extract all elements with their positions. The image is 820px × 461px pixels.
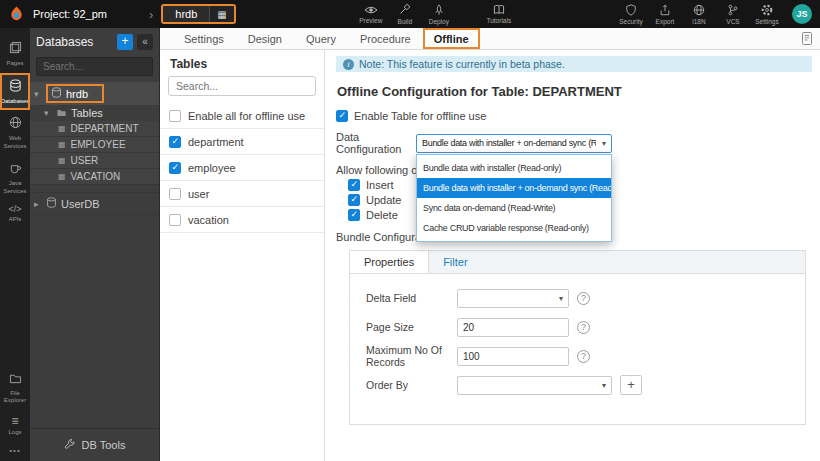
tab-design[interactable]: Design: [236, 28, 294, 49]
table-icon: ▦: [58, 156, 66, 165]
preview-button[interactable]: Preview: [354, 3, 388, 25]
update-checkbox[interactable]: [348, 194, 360, 206]
info-icon: i: [343, 59, 354, 70]
data-configuration-select[interactable]: Bundle data with installer + on-demand s…: [416, 134, 612, 153]
tab-offline[interactable]: Offline: [423, 28, 480, 49]
vcs-button[interactable]: VCS: [716, 4, 750, 25]
list-item-department[interactable]: department: [160, 129, 324, 155]
caret-right-icon[interactable]: ▸: [34, 199, 42, 209]
project-title: Project: 92_pm: [33, 8, 107, 20]
db-tools-button[interactable]: DB Tools: [30, 428, 159, 461]
page-size-row: Page Size ?: [366, 317, 805, 337]
employee-checkbox[interactable]: [169, 162, 181, 174]
chevron-right-icon: ›: [149, 7, 153, 22]
logs-icon: ≡: [11, 415, 18, 427]
tree-item-hrdb[interactable]: ▾ hrdb: [30, 82, 159, 105]
databases-search-input[interactable]: [36, 57, 153, 76]
export-file-icon[interactable]: [800, 31, 814, 46]
vacation-checkbox[interactable]: [169, 214, 181, 226]
db-selector-label: hrdb: [163, 8, 209, 20]
enable-table-row: Enable Table for offline use: [336, 110, 812, 122]
help-icon[interactable]: ?: [577, 292, 590, 305]
user-avatar[interactable]: JS: [792, 4, 812, 24]
sidebar-item-web-services[interactable]: Web Services: [0, 110, 30, 155]
chevron-down-icon: ▾: [602, 381, 606, 390]
tree-item-tables-folder[interactable]: ▾ Tables: [30, 105, 159, 121]
export-button[interactable]: Export: [648, 4, 682, 25]
page-size-input[interactable]: [457, 318, 569, 337]
list-item-vacation[interactable]: vacation: [160, 207, 324, 233]
hammer-icon: [398, 3, 411, 16]
more-icon[interactable]: •••: [9, 441, 20, 461]
page-title: Offline Configuration for Table: DEPARTM…: [337, 84, 812, 99]
caret-down-icon[interactable]: ▾: [34, 89, 42, 99]
i18n-globe-icon[interactable]: i18N: [682, 4, 716, 25]
sidebar-item-file-explorer[interactable]: File Explorer: [0, 365, 30, 410]
tree-item-table-department[interactable]: ▦ DEPARTMENT: [30, 121, 159, 137]
list-item-user[interactable]: user: [160, 181, 324, 207]
build-button[interactable]: Build: [388, 3, 422, 25]
tab-settings[interactable]: Settings: [172, 28, 236, 49]
java-services-icon: [9, 160, 22, 178]
add-order-by-button[interactable]: +: [620, 375, 642, 395]
sidebar-item-pages[interactable]: Pages: [0, 35, 30, 73]
data-configuration-dropdown: Bundle data with installer (Read-only) B…: [416, 154, 612, 242]
dropdown-option-selected[interactable]: Bundle data with installer + on-demand s…: [417, 178, 611, 198]
list-item-employee[interactable]: employee: [160, 155, 324, 181]
user-checkbox[interactable]: [169, 188, 181, 200]
insert-checkbox[interactable]: [348, 179, 360, 191]
sidebar-item-java-services[interactable]: Java Services: [0, 155, 30, 200]
order-by-select[interactable]: ▾: [457, 376, 612, 395]
sidebar-item-logs[interactable]: ≡ Logs: [0, 410, 30, 442]
hrdb-highlight: hrdb: [46, 84, 104, 103]
tab-properties[interactable]: Properties: [350, 251, 429, 273]
folder-icon: [56, 107, 67, 119]
beta-note: i Note: This feature is currently in bet…: [336, 56, 812, 72]
list-item-enable-all[interactable]: Enable all for offline use: [160, 103, 324, 129]
collapse-panel-icon[interactable]: «: [137, 34, 153, 50]
tab-procedure[interactable]: Procedure: [348, 28, 423, 49]
delta-field-row: Delta Field ▾ ?: [366, 288, 805, 308]
help-icon[interactable]: ?: [577, 321, 590, 334]
caret-down-icon[interactable]: ▾: [44, 108, 52, 118]
dropdown-option[interactable]: Bundle data with installer (Read-only): [417, 158, 611, 178]
topbar: Project: 92_pm › hrdb ▦ Preview Build De…: [0, 0, 820, 28]
rocket-icon: [433, 4, 445, 16]
sidebar-item-apis[interactable]: </> APIs: [0, 200, 30, 229]
pages-icon: [9, 40, 22, 58]
databases-panel-title: Databases: [36, 35, 117, 49]
add-database-button[interactable]: +: [117, 34, 133, 50]
databases-tree: ▾ hrdb ▾ Tables ▦ DEPARTMENT ▦ EMPLOYEE: [30, 82, 159, 215]
tab-query[interactable]: Query: [294, 28, 348, 49]
tree-item-userdb[interactable]: ▸ UserDB: [30, 192, 159, 215]
tree-item-table-user[interactable]: ▦ USER: [30, 153, 159, 169]
security-button[interactable]: Security: [614, 4, 648, 25]
delta-field-select[interactable]: ▾: [457, 289, 569, 308]
settings-button[interactable]: Settings: [750, 4, 784, 25]
tables-search-input[interactable]: [168, 76, 316, 96]
topbar-utilities: Security Export i18N VCS Settings: [614, 4, 784, 25]
grid-view-icon[interactable]: ▦: [210, 6, 233, 22]
eye-icon: [364, 5, 378, 15]
deploy-button[interactable]: Deploy: [422, 3, 456, 25]
export-icon: [659, 4, 671, 16]
enable-table-checkbox[interactable]: [336, 110, 348, 122]
max-records-input[interactable]: [457, 347, 569, 366]
tab-filter[interactable]: Filter: [429, 251, 481, 273]
tree-item-table-vacation[interactable]: ▦ VACATION: [30, 169, 159, 185]
bundle-configuration-panel: Properties Filter Delta Field ▾ ?: [349, 250, 806, 425]
db-context-selector[interactable]: hrdb ▦: [161, 4, 235, 24]
enable-all-checkbox[interactable]: [169, 110, 181, 122]
tree-item-table-employee[interactable]: ▦ EMPLOYEE: [30, 137, 159, 153]
order-by-row: Order By ▾ +: [366, 375, 805, 395]
dropdown-option[interactable]: Sync data on-demand (Read-Write): [417, 198, 611, 218]
data-configuration-row: Data Configuration Bundle data with inst…: [336, 131, 812, 155]
tutorials-button[interactable]: Tutorials: [482, 4, 516, 24]
delete-checkbox[interactable]: [348, 209, 360, 221]
folder-icon: [9, 370, 22, 388]
department-checkbox[interactable]: [169, 136, 181, 148]
help-icon[interactable]: ?: [577, 350, 590, 363]
topbar-actions: Preview Build Deploy: [354, 3, 456, 25]
dropdown-option[interactable]: Cache CRUD variable response (Read-only): [417, 218, 611, 238]
sidebar-item-databases[interactable]: Databases: [0, 73, 30, 111]
